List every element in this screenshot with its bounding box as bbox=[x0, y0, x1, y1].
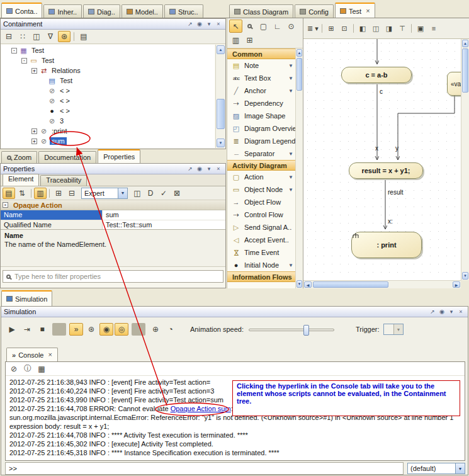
select-tool-button[interactable]: ↖ bbox=[229, 20, 242, 33]
remove-property-button[interactable]: ⊟ bbox=[65, 188, 78, 199]
float-panel-icon[interactable]: ↗ bbox=[186, 20, 195, 28]
diagram-tab[interactable]: Class Diagram bbox=[229, 4, 293, 18]
property-value[interactable]: sum bbox=[103, 210, 225, 220]
containment-scrollbar[interactable]: ▲ ▼ bbox=[215, 45, 225, 148]
pin-panel-icon[interactable]: ◉ bbox=[195, 164, 204, 173]
palette-item[interactable]: ---- Separator ▼ bbox=[227, 147, 295, 160]
tab-close-icon[interactable]: × bbox=[366, 8, 370, 14]
grid-button[interactable]: ⊞ bbox=[325, 23, 337, 34]
copy-structure-button[interactable]: ◫ bbox=[30, 31, 43, 42]
clear-console-button[interactable]: ⊘ bbox=[8, 363, 20, 375]
property-group-header[interactable]: - Opaque Action bbox=[1, 200, 225, 210]
workspace-tab[interactable]: Struc.. bbox=[164, 4, 203, 18]
properties-mode-select[interactable]: Expert ▼ bbox=[81, 188, 128, 199]
scroll-right-button[interactable]: ▶ bbox=[453, 281, 460, 288]
properties-tab[interactable]: Traceability bbox=[40, 175, 87, 186]
tree-item[interactable]: ▤ Test bbox=[1, 76, 215, 86]
filter-input[interactable] bbox=[14, 273, 220, 280]
toolbar-button[interactable] bbox=[132, 323, 145, 336]
toolbar-button[interactable] bbox=[52, 323, 66, 336]
chevron-down-icon[interactable]: ▼ bbox=[288, 187, 293, 193]
properties-tab[interactable]: Element bbox=[3, 174, 39, 186]
add-property-button[interactable]: ⊞ bbox=[52, 188, 65, 199]
settings-button[interactable]: ⊛ bbox=[58, 31, 71, 42]
action-node-result[interactable]: result = x + y1; bbox=[349, 162, 423, 179]
snap-button[interactable]: ⊡ bbox=[338, 23, 351, 34]
simulation-options-button[interactable]: ⊛ bbox=[84, 323, 98, 336]
toolbar-button[interactable] bbox=[411, 24, 412, 33]
scroll-thumb[interactable] bbox=[462, 48, 468, 93]
align-top-button[interactable]: ⊤ bbox=[396, 23, 409, 34]
scroll-thumb[interactable] bbox=[217, 99, 225, 129]
property-row-name[interactable]: Name sum bbox=[1, 210, 225, 220]
console-tab[interactable]: » Console × bbox=[6, 348, 58, 361]
simulation-tab[interactable]: Simulation bbox=[1, 290, 52, 306]
stop-button[interactable]: ■ bbox=[35, 323, 49, 336]
tree-expander-icon[interactable]: + bbox=[31, 68, 37, 74]
palette-item[interactable]: ▢ Action ▼ bbox=[227, 171, 295, 183]
palette-item[interactable]: abc Text Box ▼ bbox=[227, 72, 295, 84]
palette-item[interactable]: ⇢ Dependency ▼ bbox=[227, 97, 295, 110]
action-node-print[interactable]: : print bbox=[351, 232, 422, 258]
filter-button[interactable]: ∇ bbox=[44, 31, 57, 42]
toolbar-button[interactable] bbox=[322, 24, 322, 33]
chevron-down-icon[interactable]: ▼ bbox=[288, 151, 293, 157]
close-panel-icon[interactable]: × bbox=[214, 20, 223, 28]
path-tool-button[interactable]: ∟ bbox=[271, 20, 284, 33]
canvas-horizontal-scrollbar[interactable]: ◀ ▶ bbox=[303, 280, 461, 288]
canvas-vertical-scrollbar[interactable]: ▲ ▼ bbox=[461, 39, 469, 280]
same-size-button[interactable]: ▣ bbox=[414, 23, 427, 34]
palette-item[interactable]: ◰ Diagram Overview ▼ bbox=[227, 122, 295, 135]
tree-item[interactable]: + ⇄ Relations bbox=[1, 65, 215, 76]
run-button[interactable]: ▶ bbox=[5, 323, 19, 336]
show-description-button[interactable]: ▥ bbox=[34, 188, 47, 199]
chevron-down-icon[interactable]: ▼ bbox=[288, 174, 293, 180]
workspace-tab[interactable]: Model.. bbox=[121, 4, 163, 18]
trigger-select[interactable]: ▼ bbox=[383, 324, 404, 335]
session-select[interactable]: (default) ▼ bbox=[407, 463, 465, 474]
tree-item[interactable]: ⊘ < > bbox=[1, 96, 215, 106]
console-info-button[interactable]: ⓘ bbox=[21, 363, 34, 375]
slider-thumb[interactable] bbox=[303, 325, 309, 336]
property-value[interactable]: Test::Test::sum bbox=[103, 220, 225, 229]
zoom-tool-button[interactable] bbox=[243, 20, 256, 33]
scroll-up-button[interactable]: ▲ bbox=[462, 40, 468, 47]
diagram-canvas[interactable]: c = a-b «valueS result = x + y1; : print… bbox=[303, 39, 461, 280]
align-right-button[interactable]: ◨ bbox=[383, 23, 395, 34]
palette-item[interactable]: → Object Flow ▼ bbox=[227, 196, 295, 208]
show-auxiliary-button[interactable]: ∷ bbox=[16, 31, 29, 42]
palette-scrollbar[interactable]: ▲ ▼ bbox=[295, 48, 303, 288]
scroll-down-button[interactable]: ▼ bbox=[462, 272, 468, 280]
float-panel-icon[interactable]: ↗ bbox=[186, 164, 195, 173]
panel-tab[interactable]: Properties bbox=[98, 149, 140, 163]
group-expander-icon[interactable]: - bbox=[3, 202, 8, 208]
containment-tree-button[interactable]: ≣ ▾ bbox=[307, 23, 319, 34]
close-panel-icon[interactable]: × bbox=[214, 164, 223, 173]
scroll-up-button[interactable]: ▲ bbox=[217, 45, 225, 54]
palette-item[interactable]: ╱ Anchor ▼ bbox=[227, 84, 295, 97]
tree-expander-icon[interactable]: - bbox=[11, 48, 17, 54]
palette-item[interactable]: ◁ Accept Event.. ▼ bbox=[227, 234, 295, 246]
palette-item[interactable]: ≣ Diagram Legend ▼ bbox=[227, 135, 295, 147]
verify-button[interactable]: ✓ bbox=[157, 188, 170, 199]
tree-item[interactable]: - ▭ Test bbox=[1, 55, 215, 65]
customize-button[interactable]: ⊠ bbox=[171, 188, 183, 199]
swimlane-tool-button[interactable]: ▥ bbox=[229, 33, 242, 47]
distribute-button[interactable]: ≡ bbox=[427, 23, 440, 34]
palette-item[interactable]: Information Flows ▼ bbox=[227, 271, 295, 282]
workspace-tab[interactable]: Diag.. bbox=[83, 4, 120, 18]
tree-item[interactable]: - ▦ Test bbox=[1, 45, 215, 55]
tree-item[interactable]: + ⊘ :print bbox=[1, 126, 215, 136]
categorized-view-button[interactable]: ▤ bbox=[3, 188, 15, 199]
property-key[interactable]: Qualified Name bbox=[1, 220, 103, 229]
scroll-thumb[interactable] bbox=[297, 58, 302, 91]
align-left-button[interactable]: ◧ bbox=[356, 23, 369, 34]
panel-tab[interactable]: Documentation bbox=[38, 151, 96, 163]
animation-speed-slider[interactable] bbox=[249, 329, 334, 331]
palette-item[interactable]: Activity Diagram ▼ bbox=[227, 160, 295, 171]
pin-panel-icon[interactable]: ◉ bbox=[195, 20, 204, 28]
toolbar-button[interactable] bbox=[31, 189, 31, 198]
workspace-tab[interactable]: Inher.. bbox=[43, 4, 82, 18]
animation-toggle-button[interactable]: ◎ bbox=[115, 323, 128, 336]
panel-tab[interactable]: Zoom bbox=[1, 151, 37, 163]
